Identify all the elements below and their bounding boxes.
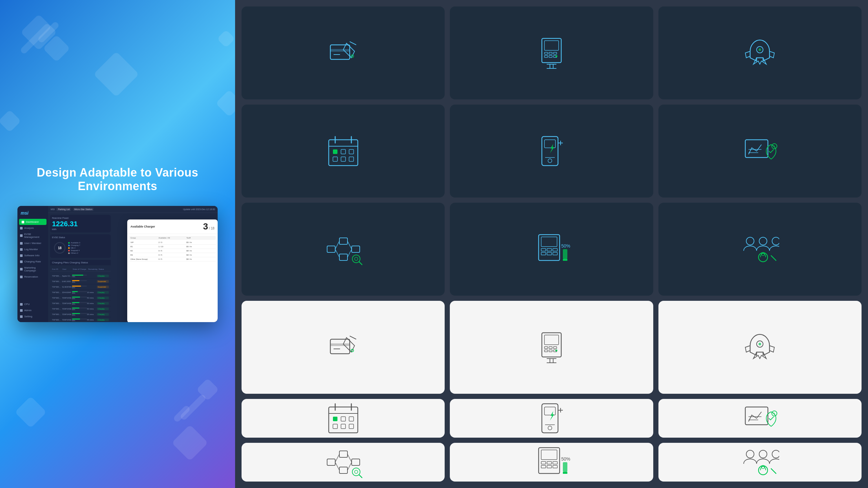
svg-rect-11 [549, 56, 552, 58]
topbar-parking[interactable]: Parking List [57, 207, 71, 211]
svg-rect-61 [563, 249, 567, 259]
popup-td-avail: 1 / 10 [159, 246, 187, 248]
icon-card-calendar-dark [242, 104, 445, 197]
icon-card-terminal-dark [450, 6, 653, 99]
icon-card-charging-station-dark [450, 104, 653, 197]
svg-rect-105 [745, 407, 768, 425]
td-soc: 40% [72, 291, 87, 294]
setting-icon [20, 315, 23, 318]
sidebar-item-analysis[interactable]: Analysis [18, 225, 48, 231]
svg-rect-1 [330, 49, 350, 52]
td-soc: 55% [72, 313, 87, 316]
popup-td-tariff: $8 / hr [186, 250, 214, 252]
popup-title: Available Charger [130, 225, 155, 228]
svg-rect-58 [547, 252, 552, 255]
evse-status-label: EVSE Status [52, 236, 109, 238]
td-time: 55 mins [87, 319, 97, 321]
evse-icon [20, 234, 23, 237]
sidebar-item-marketing[interactable]: Marketing Campaign [18, 265, 48, 274]
popup-td-group: VIP [130, 241, 159, 243]
sidebar-item-reservation[interactable]: Reservation [18, 274, 48, 280]
legend-idle: Idle 2 [68, 247, 80, 249]
legend-dot-others [68, 252, 70, 254]
svg-rect-29 [349, 157, 353, 161]
sidebar-item-dashboard[interactable]: Dashboard [19, 219, 46, 225]
svg-rect-122 [541, 450, 557, 460]
svg-rect-44 [352, 246, 360, 252]
sidebar-item-evse[interactable]: EVSE Management [18, 231, 48, 240]
svg-rect-9 [554, 52, 557, 54]
db-main-content: MSI Parking List Micro-Star Station Upda… [48, 206, 218, 322]
svg-rect-128 [553, 465, 557, 468]
sidebar-label-dashboard: Dashboard [26, 221, 38, 223]
td-gun-id: TW*00000001 [52, 275, 62, 277]
popup-count-area: 3 / 18 [203, 221, 214, 232]
popup-td-group: B1 [130, 246, 159, 248]
db-content-area: Real-time Power 1226.31 kWh EVSE Status … [48, 213, 218, 322]
td-soc: 50% [72, 280, 87, 283]
sidebar-item-setting[interactable]: Setting [18, 314, 48, 320]
icon-card-network-search-dark [242, 203, 445, 296]
sidebar-item-user[interactable]: User / Member [18, 240, 48, 246]
bg-shape-7 [15, 396, 47, 428]
svg-point-134 [772, 450, 779, 458]
legend-available: Available 3 [68, 242, 80, 244]
legend-dot-stopped [68, 250, 70, 252]
td-time: 50 mins [87, 297, 97, 299]
sidebar-item-log[interactable]: Log Monitor [18, 246, 48, 252]
admin-icon [20, 309, 23, 312]
icon-card-calendar-light [242, 399, 445, 438]
svg-rect-6 [545, 41, 559, 51]
sidebar-label-cpu: CPU [24, 303, 30, 306]
popup-th-tariff: Tariff [186, 237, 214, 239]
th-user: User [62, 268, 73, 270]
popup-td-tariff: $5 / hr [186, 241, 214, 243]
td-soc: 55% [72, 296, 87, 299]
db-metrics-panel: Real-time Power 1226.31 kWh EVSE Status … [48, 213, 113, 322]
popup-td-tariff: $8 / hr [186, 254, 214, 256]
sidebar-label-charging-rate: Charging Rate [24, 260, 41, 263]
svg-rect-24 [333, 150, 337, 154]
db-logo: msi [18, 208, 48, 219]
svg-rect-25 [341, 150, 345, 154]
svg-line-115 [335, 462, 339, 470]
sidebar-item-charging-rate[interactable]: Charging Rate [18, 259, 48, 265]
td-status: Charging [97, 307, 109, 310]
popup-td-tariff: $8 / hr [186, 258, 214, 260]
icon-card-investment-dark: $ [658, 104, 862, 197]
log-icon [20, 248, 23, 251]
popup-td-avail: 2 / 3 [159, 241, 187, 243]
sidebar-item-software[interactable]: Software Info [18, 252, 48, 259]
svg-rect-56 [553, 249, 557, 251]
table-row: TW*00000008 7D9F5A5E 55% 55 mins Chargin… [50, 312, 111, 317]
svg-rect-55 [547, 249, 552, 251]
td-gun-id: TW*00000003 [52, 286, 62, 288]
icon-card-charging-station-light [450, 399, 653, 438]
svg-line-45 [335, 241, 339, 249]
svg-rect-97 [341, 424, 345, 429]
popup-td-group: B3 [130, 254, 159, 256]
evse-status-detail: 18 Available 3 Charging 7 [52, 240, 109, 256]
legend-label-stopped: Stopped 4 [71, 250, 80, 252]
td-time: 50 mins [87, 302, 97, 304]
legend-dot-available [68, 242, 70, 244]
popup-td-group: B2 [130, 250, 159, 252]
charging-table-title: Charging Piles Charging Status [50, 260, 111, 265]
svg-rect-130 [563, 462, 567, 472]
svg-rect-0 [330, 45, 350, 59]
svg-rect-94 [341, 417, 345, 421]
td-time: 55 mins [87, 314, 97, 315]
popup-total: / 18 [209, 227, 214, 230]
svg-rect-26 [349, 150, 353, 154]
sidebar-label-user: User / Member [24, 242, 41, 245]
icon-card-investment-light: $ [658, 399, 862, 438]
td-user: 7D9F5A5E [62, 302, 72, 304]
svg-line-119 [359, 475, 362, 478]
sidebar-label-log: Log Monitor [24, 248, 38, 251]
sidebar-item-admin[interactable]: Admin [18, 307, 48, 314]
td-time: 50 mins [87, 308, 97, 310]
td-status: Charging [97, 319, 109, 321]
topbar-station[interactable]: Micro-Star Station [73, 207, 94, 211]
sidebar-item-cpu[interactable]: CPU [18, 301, 48, 307]
svg-rect-28 [341, 157, 345, 161]
